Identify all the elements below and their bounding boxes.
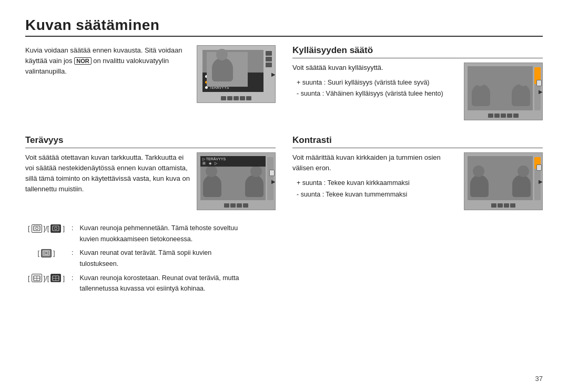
note-text-1: Kuvan reunoja pehmennetään. Tämä tehoste… [79, 223, 543, 244]
note-icons-1: [ ]/[ ] [25, 223, 67, 234]
kontrasti-title: Kontrasti [292, 135, 543, 148]
enhance-icon-1 [32, 274, 42, 282]
camera-preview-kontrasti: ▶ [464, 152, 543, 210]
menu-sharpness: ▷ TERÄVYYS [202, 157, 263, 161]
note-text-3: Kuvan reunoja korostetaan. Reunat ovat t… [79, 273, 543, 294]
soft-filter-svg [33, 225, 40, 231]
person-head-4 [206, 166, 217, 177]
note-colon-3: : [72, 273, 73, 284]
nor-icon: NOR [74, 57, 91, 65]
intro-text-block: Kuvia voidaan säätää ennen kuvausta. Sit… [25, 45, 188, 81]
person-head-6 [473, 166, 484, 177]
kontrasti-bullet-1: + suunta : Tekee kuvan kirkkaammaksi [297, 178, 458, 189]
page-title: Kuvan säätäminen [25, 17, 543, 34]
svg-point-3 [55, 227, 57, 230]
person-body-7 [512, 175, 531, 197]
cam-menu-overlay: ▷ TERÄVYYS ⊞ ◈ ▷ [200, 156, 266, 167]
photo-preview [207, 52, 248, 87]
slider-thumb-3 [269, 170, 275, 176]
enhance-icon-2 [50, 274, 61, 282]
intro-section: Kuvia voidaan säätää ennen kuvausta. Sit… [25, 45, 276, 120]
intro-text: Kuvia voidaan säätää ennen kuvausta. Sit… [25, 45, 188, 77]
svg-rect-0 [34, 226, 40, 231]
bottom-notes: [ ]/[ ] : Kuvan reunoja [25, 223, 543, 294]
nav-arrow-right-3: ▶ [271, 179, 276, 184]
camera-preview-teravyys: ▷ TERÄVYYS ⊞ ◈ ▷ [197, 152, 276, 210]
person-body [212, 58, 233, 81]
cam-btn-b4 [507, 114, 512, 118]
sharp-icon [41, 249, 52, 257]
person-head-2 [475, 76, 485, 86]
svg-point-1 [35, 227, 38, 230]
slider-thumb [536, 80, 542, 86]
page-number: 37 [535, 375, 543, 383]
cam-bottom-btn-1 [221, 96, 226, 100]
menu-icon-2: ◈ [209, 161, 211, 166]
person-head-7 [518, 166, 529, 177]
cam-btn-b5 [513, 114, 519, 118]
menu-icons-row: ⊞ ◈ ▷ [202, 161, 263, 166]
kyllaisyys-bullet-1: + suunta : Suuri kylläisyys (väristä tul… [297, 77, 458, 88]
page: Kuvan säätäminen Kuvia voidaan säätää en… [0, 0, 568, 392]
enhance-svg-1 [33, 275, 40, 281]
soft-icon-2 [50, 224, 61, 233]
slider-thumb-4 [536, 164, 542, 171]
camera-preview-kyllaisyys: ▶ [464, 63, 543, 120]
bracket-close-2: ] [63, 223, 65, 234]
person-head-5 [250, 166, 262, 177]
cam-btn-b3 [501, 114, 506, 118]
bracket-mid-3: ]/[ [44, 273, 49, 284]
teravyys-text-block: Voit säätää otettavan kuvan tarkkuutta. … [25, 152, 190, 199]
kyllaisyys-bullets: + suunta : Suuri kylläisyys (väristä tul… [297, 77, 458, 100]
cb1 [224, 203, 229, 208]
camera-right-controls [266, 51, 274, 67]
svg-rect-4 [43, 251, 49, 255]
cb6 [498, 203, 503, 208]
person-head [216, 49, 228, 60]
photo-bg [468, 66, 533, 110]
photo-bg-4 [468, 156, 533, 200]
cb8 [510, 203, 515, 208]
cb2 [230, 203, 236, 208]
soft-icon-1 [32, 224, 42, 233]
cb7 [504, 203, 509, 208]
cam-btn-b2 [494, 114, 500, 118]
bracket-close-3: ] [53, 247, 55, 259]
teravyys-content: Voit säätää otettavan kuvan tarkkuutta. … [25, 152, 276, 210]
kyllaisyys-text-block: Voit säätää kuvan kylläisyyttä. + suunta… [292, 63, 458, 100]
person-body-3 [512, 84, 530, 106]
note-row-1: [ ]/[ ] : Kuvan reunoja [25, 223, 543, 244]
nav-arrow-right: ▶ [271, 71, 276, 77]
svg-rect-5 [45, 252, 48, 254]
note-row-2: [ ] : Kuvan reunat ovat terävät. Tämä so… [25, 247, 543, 269]
top-section: Kuvia voidaan säätää ennen kuvausta. Sit… [25, 45, 543, 120]
note-row-3: [ ]/[ ] : [25, 273, 543, 294]
kontrasti-content: Voit määrittää kuvan kirkkaiden ja tummi… [292, 152, 543, 210]
bracket-open-2: [ [37, 247, 39, 259]
nav-arrow-right-2: ▶ [539, 89, 543, 95]
bracket-close-1: ]/[ [44, 223, 49, 234]
cam-bottom-bar-3 [198, 203, 274, 208]
soft-filter-svg-2 [52, 225, 59, 231]
cam-bottom-btn-5 [246, 96, 251, 100]
bottom-section: Terävyys Voit säätää otettavan kuvan tar… [25, 135, 543, 210]
kontrasti-desc: Voit määrittää kuvan kirkkaiden ja tummi… [292, 152, 458, 173]
bracket-open-1: [ [28, 223, 30, 234]
kyllaisyys-bullet-2: - suunta : Vähäinen kylläisyys (väristä … [297, 88, 458, 99]
teravyys-desc: Voit säätää otettavan kuvan tarkkuutta. … [25, 152, 190, 195]
cam-btn-1 [266, 51, 272, 56]
cb5 [491, 203, 496, 208]
menu-icon-3: ▷ [215, 161, 217, 166]
cam-bottom-bar-2 [465, 114, 541, 118]
kontrasti-bullets: + suunta : Tekee kuvan kirkkaammaksi - s… [297, 178, 458, 200]
kyllaisyys-title: Kylläisyyden säätö [292, 45, 543, 58]
teravyys-section: Terävyys Voit säätää otettavan kuvan tar… [25, 135, 276, 210]
cam-btn-2 [266, 57, 272, 61]
note-colon-1: : [72, 223, 73, 234]
kontrasti-bullet-2: - suunta : Tekee kuvan tummemmaksi [297, 189, 458, 200]
note-colon-2: : [72, 247, 73, 259]
cam-btn-3 [266, 63, 272, 67]
person-body-6 [470, 175, 489, 197]
camera-screen: KONTRASTI KYLLÄIS. TERÄVYYS [202, 50, 263, 92]
cam-bottom-btn-3 [234, 96, 239, 100]
